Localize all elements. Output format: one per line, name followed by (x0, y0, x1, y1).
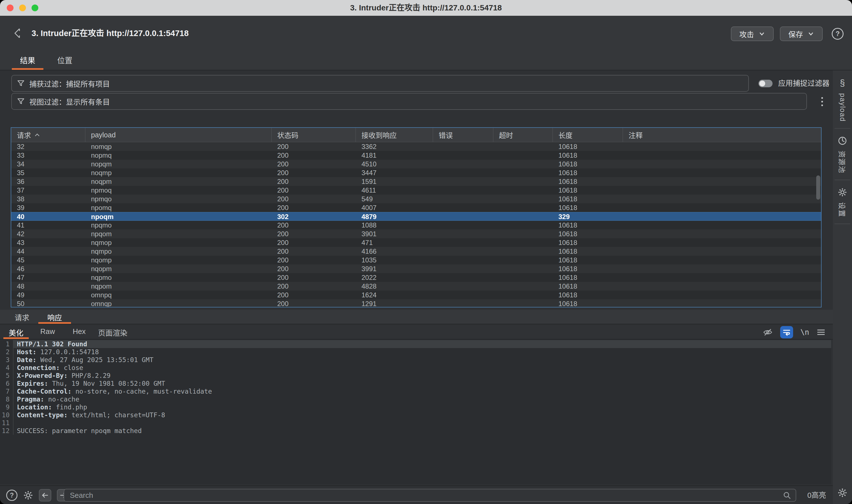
help-icon[interactable]: ? (832, 28, 844, 40)
table-cell: 4510 (356, 160, 433, 168)
table-row[interactable]: 49omnpq200162410618 (11, 291, 821, 299)
filter-funnel-icon (17, 79, 25, 87)
section-icon: § (840, 78, 845, 88)
tab-request[interactable]: 请求 (6, 310, 38, 324)
table-row[interactable]: 40npoqm3024879329 (11, 212, 821, 221)
table-cell (623, 282, 821, 291)
line-text: X-Powered-By: PHP/8.2.29 (14, 372, 110, 380)
table-cell: 200 (272, 221, 356, 230)
table-row[interactable]: 50omnqp200129110618 (11, 299, 821, 307)
table-row[interactable]: 38npmqo20054910618 (11, 195, 821, 203)
table-row[interactable]: 41npqmo200108810618 (11, 221, 821, 230)
column-header-status[interactable]: 状态码 (272, 128, 356, 142)
table-cell: 48 (11, 282, 85, 291)
table-row[interactable]: 45nqomp200103510618 (11, 256, 821, 264)
save-button[interactable]: 保存 (780, 26, 823, 41)
editor-menu-icon[interactable] (817, 329, 825, 336)
sidebar-tab-resource-pool[interactable]: 资源池 (833, 129, 852, 174)
table-row[interactable]: 39npomq200400710618 (11, 203, 821, 212)
view-filter-bar[interactable]: 视图过滤：显示所有条目 (11, 93, 807, 110)
apply-capture-filter-toggle[interactable] (759, 80, 772, 87)
table-row[interactable]: 35noqmp200344710618 (11, 168, 821, 177)
attack-button[interactable]: 攻击 (731, 26, 774, 41)
table-cell: 35 (11, 168, 85, 177)
column-header-payload[interactable]: payload (85, 128, 272, 142)
table-cell (493, 212, 553, 220)
table-cell: 200 (272, 142, 356, 151)
gear-icon (838, 187, 847, 197)
column-label: 请求 (17, 130, 31, 140)
tab-results[interactable]: 结果 (12, 51, 44, 70)
table-row[interactable]: 42npqom200390110618 (11, 230, 821, 238)
table-row[interactable]: 48nqpom200482810618 (11, 282, 821, 291)
tab-render[interactable]: 页面渲染 (98, 325, 127, 339)
table-cell: 10618 (553, 186, 623, 195)
intruder-app: 3. Intruder正在攻击 http://127.0.0.1:54718 攻… (0, 16, 852, 504)
sidebar-tab-payload[interactable]: § payload (833, 70, 852, 122)
table-row[interactable]: 34nopqm200451010618 (11, 160, 821, 168)
column-header-length[interactable]: 长度 (553, 128, 623, 142)
word-wrap-button[interactable] (780, 326, 793, 339)
response-editor[interactable]: 1HTTP/1.1 302 Found2Host: 127.0.0.1:5471… (0, 340, 831, 484)
settings-gear-button[interactable] (833, 488, 852, 498)
table-cell (433, 221, 493, 230)
tab-response[interactable]: 响应 (38, 310, 71, 324)
table-cell: npoqm (85, 212, 272, 220)
search-settings-gear-icon[interactable] (23, 490, 33, 500)
table-cell: 10618 (553, 247, 623, 256)
hide-characters-eye-slash-icon[interactable] (763, 328, 773, 337)
highlight-count: 0高亮 (807, 486, 826, 504)
search-help-icon[interactable]: ? (6, 490, 17, 501)
table-cell: 41 (11, 221, 85, 230)
resource-pool-clock-icon (838, 136, 847, 146)
table-cell: nqopm (85, 264, 272, 273)
search-input[interactable] (64, 491, 783, 500)
tab-raw[interactable]: Raw (35, 325, 60, 339)
table-cell (433, 212, 493, 220)
table-row[interactable]: 44nqmpo200416610618 (11, 247, 821, 256)
table-cell (623, 238, 821, 247)
tab-pretty[interactable]: 美化 (3, 325, 29, 339)
search-icon[interactable] (783, 491, 791, 500)
column-header-request[interactable]: 请求 (11, 128, 85, 142)
table-scrollbar-thumb[interactable] (816, 175, 820, 200)
tab-hex[interactable]: Hex (67, 325, 92, 339)
back-button[interactable] (11, 26, 24, 40)
column-header-timeout[interactable]: 超时 (493, 128, 553, 142)
table-row[interactable]: 43nqmop20047110618 (11, 238, 821, 247)
sidebar-tab-settings[interactable]: 设置 (833, 180, 852, 217)
tab-positions[interactable]: 位置 (49, 51, 81, 70)
help-glyph: ? (836, 30, 840, 38)
newline-toggle[interactable]: \n (800, 328, 809, 337)
table-cell (493, 221, 553, 230)
editor-line: 3Date: Wed, 27 Aug 2025 13:55:01 GMT (0, 356, 831, 364)
table-cell: 200 (272, 203, 356, 212)
table-row[interactable]: 36noqpm200159110618 (11, 177, 821, 186)
column-header-error[interactable]: 错误 (433, 128, 493, 142)
right-sidebar: § payload 资源池 (832, 70, 852, 504)
line-text: Host: 127.0.0.1:54718 (14, 348, 99, 356)
column-header-comment[interactable]: 注释 (623, 128, 821, 142)
line-text: Date: Wed, 27 Aug 2025 13:55:01 GMT (14, 356, 154, 364)
search-previous-button[interactable] (39, 489, 51, 502)
table-row[interactable]: 33nopmq200418110618 (11, 151, 821, 160)
column-header-response-received[interactable]: 接收到响应 (356, 128, 433, 142)
table-cell: npqom (85, 230, 272, 238)
line-number: 10 (0, 411, 10, 419)
capture-filter-bar[interactable]: 捕获过滤：捕捉所有项目 (11, 75, 749, 92)
table-row[interactable]: 32nomqp200336210618 (11, 142, 821, 151)
line-text: HTTP/1.1 302 Found (14, 340, 87, 348)
table-row[interactable]: 47nqpmo200202210618 (11, 273, 821, 282)
table-cell (433, 247, 493, 256)
app-header: 3. Intruder正在攻击 http://127.0.0.1:54718 攻… (0, 16, 852, 51)
search-input-box (64, 489, 796, 502)
table-cell (623, 273, 821, 282)
table-cell: 10618 (553, 291, 623, 299)
table-cell (493, 142, 553, 151)
view-filter-menu-icon[interactable] (817, 95, 828, 108)
table-cell (433, 151, 493, 160)
table-row[interactable]: 46nqopm200399110618 (11, 264, 821, 273)
table-cell (433, 195, 493, 203)
table-row[interactable]: 37npmoq200461110618 (11, 186, 821, 195)
message-tabs: 请求 响应 (0, 310, 833, 324)
